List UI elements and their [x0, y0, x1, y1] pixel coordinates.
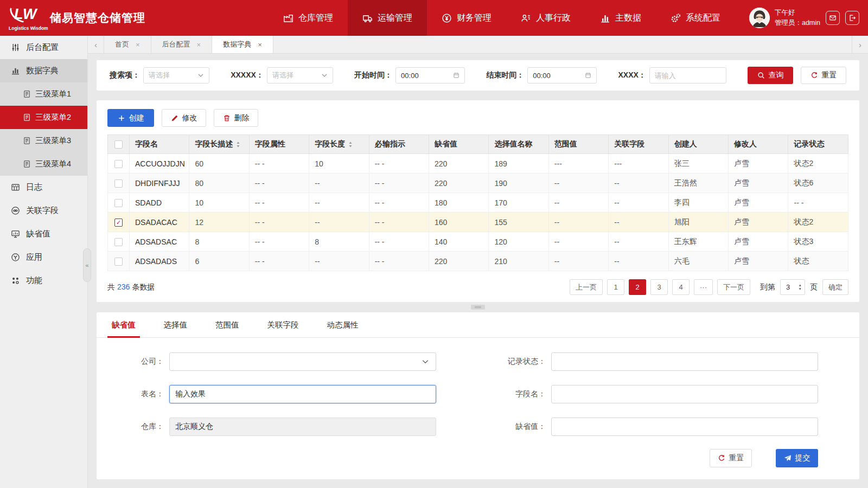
- sidebar-item-三级菜单2[interactable]: 三级菜单2: [0, 106, 87, 129]
- page-button-···[interactable]: ···: [694, 279, 713, 295]
- sidebar-collapse-handle[interactable]: «: [83, 248, 91, 282]
- delete-button[interactable]: 删除: [214, 109, 258, 127]
- splitter: [97, 304, 859, 310]
- submit-button[interactable]: 提交: [776, 449, 818, 467]
- sidebar-item-三级菜单1[interactable]: 三级菜单1: [0, 82, 87, 106]
- page-button-1[interactable]: 1: [607, 279, 624, 295]
- sort-icon[interactable]: [348, 142, 353, 147]
- doc-icon: [23, 137, 31, 145]
- sidebar-item-关联字段[interactable]: 关联字段: [0, 199, 87, 222]
- nav-item-仓库管理[interactable]: 仓库管理: [269, 0, 348, 36]
- table-name-input[interactable]: [169, 385, 436, 403]
- avatar[interactable]: [749, 8, 770, 28]
- page-button-4[interactable]: 4: [672, 279, 690, 295]
- sidebar-item-三级菜单3[interactable]: 三级菜单3: [0, 129, 87, 152]
- row-checkbox[interactable]: [114, 238, 123, 246]
- column-header-字段长度[interactable]: 字段长度: [309, 135, 369, 154]
- row-checkbox[interactable]: [114, 160, 123, 168]
- end-time-input[interactable]: 00:00: [527, 67, 597, 84]
- logout-button[interactable]: [845, 11, 859, 25]
- tabs-scroll-right-icon[interactable]: ›: [852, 36, 868, 53]
- table-cell: DSADACAC: [130, 213, 189, 232]
- sidebar-item-应用[interactable]: 应用: [0, 246, 87, 269]
- row-checkbox[interactable]: [114, 219, 123, 227]
- sidebar-item-label: 三级菜单1: [35, 89, 71, 99]
- table-row[interactable]: DHDIFNFJJJ80-- ----- -220190----王浩然卢雪状态6: [108, 174, 848, 193]
- page-button-2[interactable]: 2: [629, 279, 646, 295]
- next-page-button[interactable]: 下一页: [717, 279, 750, 295]
- sidebar-item-后台配置[interactable]: 后台配置: [0, 36, 87, 59]
- calendar-icon: [585, 72, 591, 79]
- splitter-handle[interactable]: [471, 305, 485, 310]
- edit-button[interactable]: 修改: [162, 109, 206, 127]
- column-header-字段长描述[interactable]: 字段长描述: [189, 135, 249, 154]
- close-icon[interactable]: ×: [258, 41, 262, 49]
- query-button[interactable]: 查询: [748, 67, 793, 84]
- tab-数据字典[interactable]: 数据字典×: [212, 36, 273, 53]
- table-cell: --: [548, 193, 608, 213]
- form-reset-button[interactable]: 重置: [710, 449, 752, 467]
- column-header-label: 范围值: [554, 139, 577, 148]
- sort-icon[interactable]: [236, 142, 240, 147]
- nav-item-label: 财务管理: [457, 12, 492, 24]
- sidebar-group-数据字典[interactable]: 数据字典: [0, 59, 87, 82]
- table-row[interactable]: ACCUOJJDJN60-- -10-- -220189------张三卢雪状态…: [108, 154, 848, 174]
- sidebar-item-label: 三级菜单2: [35, 112, 71, 123]
- sidebar-item-label: 缺省值: [26, 229, 50, 239]
- row-checkbox[interactable]: [114, 199, 123, 207]
- detail-tab-关联字段[interactable]: 关联字段: [253, 312, 313, 337]
- nav-item-系统配置[interactable]: 系统配置: [656, 0, 735, 36]
- table-cell: -- -: [249, 213, 309, 232]
- user-info: 下午好 管理员：admin: [775, 8, 820, 29]
- data-table: 字段名字段长描述字段属性字段长度必输指示缺省值选择值名称范围值关联字段创建人修改…: [107, 134, 848, 271]
- detail-tab-缺省值[interactable]: 缺省值: [98, 312, 150, 337]
- sidebar-item-三级菜单4[interactable]: 三级菜单4: [0, 152, 87, 176]
- mail-button[interactable]: [826, 11, 840, 25]
- close-icon[interactable]: ×: [197, 41, 201, 49]
- table-cell: SDADD: [130, 193, 189, 213]
- start-time-input[interactable]: 00:00: [395, 67, 465, 84]
- detail-tab-范围值[interactable]: 范围值: [201, 312, 253, 337]
- sidebar-item-日志[interactable]: 日志: [0, 176, 87, 199]
- default-value-input[interactable]: [551, 418, 818, 436]
- nav-item-label: 仓库管理: [298, 12, 333, 24]
- page-button-3[interactable]: 3: [650, 279, 668, 295]
- tab-首页[interactable]: 首页×: [104, 36, 151, 53]
- tabs-scroll-left-icon[interactable]: ‹: [88, 36, 104, 53]
- table-row[interactable]: ADSADSAC8-- -8-- -140120----王东辉卢雪状态3: [108, 232, 848, 252]
- table-row[interactable]: ADSADADS6-- ----- -220210----六毛卢雪状态: [108, 252, 848, 271]
- table-cell: 170: [489, 193, 548, 213]
- row-checkbox[interactable]: [114, 179, 123, 188]
- nav-item-主数据[interactable]: 主数据: [585, 0, 656, 36]
- select-all-checkbox[interactable]: [114, 140, 123, 149]
- search-reset-button[interactable]: 重置: [801, 67, 846, 84]
- record-status-input[interactable]: [551, 352, 818, 371]
- table-row[interactable]: SDADD10-- ----- -180170----李四卢雪-- -: [108, 193, 848, 213]
- search-item-select[interactable]: 请选择: [143, 67, 209, 84]
- nav-item-人事行政[interactable]: 人事行政: [506, 0, 585, 36]
- spinner-arrows-icon[interactable]: ▲▼: [799, 284, 802, 291]
- field-name-input[interactable]: [551, 385, 818, 403]
- sidebar-item-缺省值[interactable]: 缺省值: [0, 222, 87, 246]
- goto-confirm-button[interactable]: 确定: [822, 279, 848, 295]
- close-icon[interactable]: ×: [136, 41, 140, 49]
- row-checkbox[interactable]: [114, 258, 123, 266]
- sidebar-item-功能[interactable]: 功能: [0, 269, 87, 292]
- detail-tab-选择值[interactable]: 选择值: [150, 312, 202, 337]
- search-filter-bar: 搜索项： 请选择 XXXXX： 请选择 开始时间： 0: [97, 60, 859, 91]
- sidebar-item-label: 数据字典: [26, 66, 59, 76]
- table-row[interactable]: DSADACAC12-- ----- -160155----旭阳卢雪状态2: [108, 213, 848, 232]
- nav-item-财务管理[interactable]: 财务管理: [427, 0, 506, 36]
- nav-item-运输管理[interactable]: 运输管理: [348, 0, 427, 36]
- detail-panel: 缺省值选择值范围值关联字段动态属性 公司： 表名：: [97, 312, 859, 479]
- sidebar-item-label: 三级菜单4: [35, 159, 71, 169]
- tab-后台配置[interactable]: 后台配置×: [151, 36, 213, 53]
- prev-page-button[interactable]: 上一页: [570, 279, 603, 295]
- create-button[interactable]: 创建: [107, 109, 154, 127]
- detail-tab-动态属性[interactable]: 动态属性: [313, 312, 373, 337]
- company-select[interactable]: [169, 352, 436, 371]
- column-header-label: 缺省值: [435, 139, 457, 148]
- goto-page-input[interactable]: 3 ▲▼: [780, 279, 805, 295]
- xxxxx-select[interactable]: 请选择: [267, 67, 333, 84]
- xxxx-input[interactable]: [649, 67, 726, 84]
